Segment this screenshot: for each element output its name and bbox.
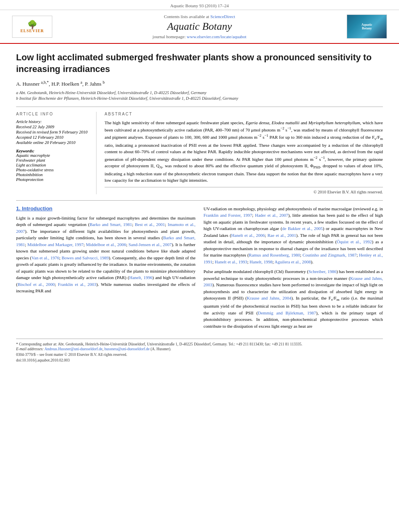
ref-krause-jahns-2003[interactable]: Krause and Jahns, 2003 (204, 276, 383, 288)
info-abstract-section: ARTICLE INFO Article history: Received 2… (16, 107, 383, 194)
ref-bowes-1989[interactable]: Bowes and Salvucci, 1989 (62, 255, 109, 260)
ref-bischof-2000[interactable]: Bischof et al., 2000 (18, 282, 55, 287)
affiliations: a Abt. Geobotanik, Heinrich-Heine-Univer… (16, 90, 383, 101)
abstract-text: The high light sensitivity of three subm… (105, 119, 383, 184)
ref-aguilera-2008[interactable]: Aguilera et al., 2008 (275, 259, 311, 264)
issn-line: 0304-3770/$ – see front matter © 2010 El… (16, 353, 383, 357)
received-date: Received 22 July 2009 (16, 125, 90, 129)
aquatic-logo-area: AquaticBotany (339, 14, 387, 39)
keyword-2: Freshwater plant (16, 158, 90, 162)
ref-middelboe-2006[interactable]: Middelboe et al., 2006 (86, 242, 126, 247)
ref-hanelt-1996[interactable]: Hanelt, 1996 (129, 275, 152, 280)
revised-date: Received in revised form 9 February 2010 (16, 130, 90, 134)
ref-debakker-2005[interactable]: de Bakker et al., 2005 (282, 226, 323, 231)
keywords-heading: Keywords: (16, 149, 90, 153)
ref-franklin-forster-1997[interactable]: Franklin and Forster, 1997 (204, 213, 252, 218)
journal-info-center: Contents lists available at ScienceDirec… (60, 14, 339, 39)
corresponding-footnote: * Corresponding author at: Abt. Geobotan… (16, 342, 383, 346)
email-suffix: (A. Hussner). (150, 347, 171, 351)
keyword-4: Photo-oxidative stress (16, 168, 90, 172)
aquatic-logo-text: AquaticBotany (361, 23, 372, 30)
elsevier-logo: 🌳 ELSEVIER (12, 16, 52, 38)
contents-line: Contents lists available at ScienceDirec… (60, 14, 339, 19)
abstract-heading: ABSTRACT (105, 112, 383, 116)
history-heading: Article history: (16, 119, 90, 124)
ref-hader-2007[interactable]: Hader et al., 2007 (255, 213, 288, 218)
section1-title: 1. Introduction (16, 205, 195, 212)
contents-text: Contents lists available at (164, 14, 209, 19)
citation-bar: Aquatic Botany 93 (2010) 17–24 (0, 0, 399, 10)
keyword-1: Aquatic macrophyte (16, 153, 90, 158)
email-link-2[interactable]: hussnera@uni-duesseldorf.de (104, 347, 149, 351)
copyright-line: © 2010 Elsevier B.V. All rights reserved… (105, 187, 383, 194)
available-date: Available online 20 February 2010 (16, 140, 90, 145)
elsevier-label: ELSEVIER (21, 29, 44, 33)
sciencedirect-link[interactable]: ScienceDirect (210, 14, 235, 19)
ref-hanelt-2006[interactable]: Hanelt et al., 2006 (231, 233, 265, 238)
ref-krause-jahns-2004[interactable]: Krause and Jahns, 2004 (247, 296, 292, 300)
abstract-column: ABSTRACT The high light sensitivity of t… (105, 112, 383, 194)
article-info-heading: ARTICLE INFO (16, 112, 90, 116)
body-col-right: UV-radiation on morphology, physiology a… (204, 205, 383, 333)
journal-header: 🌳 ELSEVIER Contents lists available at S… (0, 10, 399, 44)
ref-middelboe-1997[interactable]: Middelboe and Markager, 1997 (27, 242, 83, 247)
ref-rae-2001[interactable]: Rae et al., 2001 (267, 233, 296, 238)
accepted-date: Accepted 12 February 2010 (16, 135, 90, 140)
journal-homepage: journal homepage: www.elsevier.com/locat… (60, 34, 339, 39)
ref-demmig-bjorkman-1987[interactable]: Demmig and Björkman, 1987 (258, 310, 316, 315)
intro-para-2: UV-radiation on morphology, physiology a… (204, 205, 383, 265)
ref-hanelt-1998[interactable]: Hanelt, 1998 (250, 259, 273, 264)
homepage-label: journal homepage: (152, 34, 185, 39)
main-content: Low light acclimated submerged freshwate… (0, 44, 399, 371)
authors-line: A. Hussner a,b,*, H.P. Hoelken a, P. Jah… (16, 80, 383, 87)
intro-para-1: Light is a major growth-limiting factor … (16, 215, 195, 294)
article-title: Low light acclimated submerged freshwate… (16, 52, 383, 75)
ref-coutinho-1987[interactable]: Coutinho and Zingmark, 1987 (302, 253, 356, 257)
ref-van-1976[interactable]: Van et al., 1976 (31, 255, 59, 260)
keyword-6: Photoprotection (16, 177, 90, 182)
body-col-left: 1. Introduction Light is a major growth-… (16, 205, 195, 333)
ref-best-2001[interactable]: Best et al., 2001 (135, 222, 165, 227)
aquatic-botany-logo: AquaticBotany (347, 14, 387, 39)
ref-franklin-2003[interactable]: Franklin et al., 2003 (58, 282, 96, 287)
article-history: Article history: Received 22 July 2009 R… (16, 119, 90, 145)
ref-hanelt-1993[interactable]: Hanelt et al., 1993 (215, 259, 247, 264)
intro-para-3: Pulse amplitude modulated chlorophyll (C… (204, 268, 383, 329)
email-footnote: E-mail addresses: Andreas.Hussner@uni-du… (16, 347, 383, 351)
keyword-5: Photoinhibition (16, 173, 90, 177)
authors-text: A. Hussner a,b,*, H.P. Hoelken a, P. Jah… (16, 81, 105, 87)
homepage-url[interactable]: www.elsevier.com/locate/aquabot (187, 34, 246, 39)
elsevier-logo-area: 🌳 ELSEVIER (12, 16, 60, 38)
ref-oquist-1992[interactable]: Öquist et al., 1992 (337, 239, 372, 244)
doi-line: doi:10.1016/j.aquabot.2010.02.003 (16, 358, 383, 362)
journal-title: Aquatic Botany (60, 21, 339, 33)
affiliation-b: b Institut für Biochemie der Pflanzen, H… (16, 96, 383, 101)
ref-ramus-1980[interactable]: Ramus and Rosenberg, 1980 (249, 253, 300, 257)
footnotes: * Corresponding author at: Abt. Geobotan… (16, 339, 383, 362)
ref-schreiber-1986[interactable]: Schreiber, 1986 (309, 269, 336, 274)
ref-barko-smart-1981[interactable]: Barko and Smart, 1981 (90, 222, 132, 227)
keywords-section: Keywords: Aquatic macrophyte Freshwater … (16, 149, 90, 182)
citation-text: Aquatic Botany 93 (2010) 17–24 (170, 3, 228, 8)
ref-sandjensen-2007[interactable]: Sand-Jensen et al., 2007 (128, 242, 171, 247)
elsevier-tree-icon: 🌳 (27, 21, 37, 29)
body-columns: 1. Introduction Light is a major growth-… (16, 200, 383, 333)
article-info-column: ARTICLE INFO Article history: Received 2… (16, 112, 97, 194)
affiliation-a: a Abt. Geobotanik, Heinrich-Heine-Univer… (16, 90, 383, 95)
page: Aquatic Botany 93 (2010) 17–24 🌳 ELSEVIE… (0, 0, 399, 532)
email-link-1[interactable]: Andreas.Hussner@uni-duesseldorf.de (44, 347, 102, 351)
keyword-3: Light acclimation (16, 163, 90, 167)
